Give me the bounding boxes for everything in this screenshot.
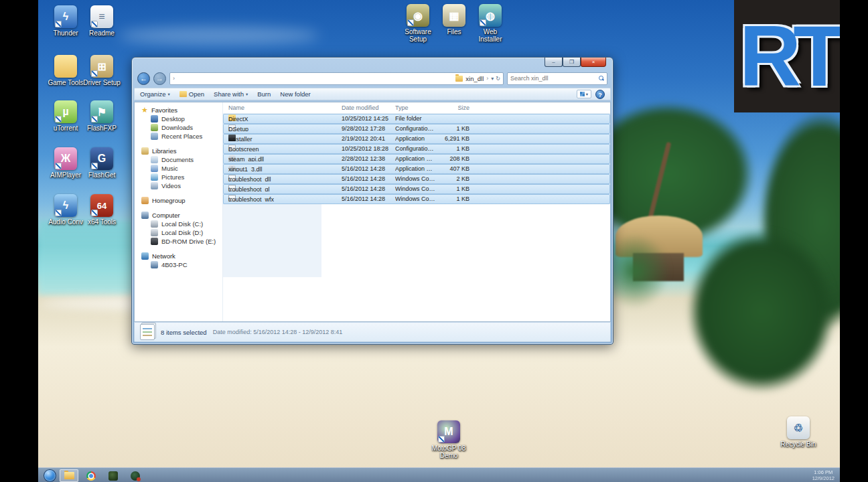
desktop-icon-utorrent[interactable]: µ uTorrent: [47, 100, 84, 132]
sidebar-item-label: Pictures: [161, 173, 184, 181]
share-with-button[interactable]: Share with ▾: [214, 90, 248, 98]
taskbar-explorer-button[interactable]: [60, 469, 78, 482]
file-type: Configuration sett...: [395, 145, 435, 152]
minimize-button[interactable]: –: [545, 58, 563, 67]
file-date: 10/25/2012 18:28: [342, 145, 392, 152]
start-button[interactable]: [44, 469, 56, 482]
maximize-button[interactable]: ❒: [563, 58, 581, 67]
sidebar-item-videos[interactable]: Videos: [135, 181, 222, 190]
sidebar-group-favorites[interactable]: ★ Favorites: [135, 106, 222, 114]
new-folder-button[interactable]: New folder: [280, 90, 310, 98]
file-type: Configuration sett...: [395, 125, 435, 132]
multi-selection-icon: [140, 324, 155, 340]
help-button[interactable]: ?: [595, 90, 605, 99]
taskbar-clock[interactable]: 1:06 PM 12/9/2012: [812, 469, 835, 481]
sidebar-group-label: Homegroup: [152, 197, 186, 204]
search-input[interactable]: [510, 75, 597, 82]
desktop-icon-files[interactable]: ▦ Files: [435, 4, 473, 35]
downloads-icon: [151, 124, 158, 131]
file-size: 1 KB: [435, 145, 469, 152]
sidebar-group-network[interactable]: Network: [135, 252, 222, 260]
letterbox-right: [840, 0, 868, 482]
desktop-icon-flashfxp[interactable]: ⚑ FlashFXP: [83, 100, 121, 132]
sidebar-item-downloads[interactable]: Downloads: [135, 123, 222, 132]
file-type: Application extens...: [395, 155, 435, 162]
sidebar-group-label: Libraries: [152, 147, 176, 155]
desktop-icon-x64-tools[interactable]: 64 x64 Tools: [83, 194, 121, 226]
burn-button[interactable]: Burn: [257, 90, 271, 98]
desktop-icon-label: Audio Conv: [47, 218, 84, 226]
column-header-size[interactable]: Size: [435, 104, 469, 111]
address-dropdown-button[interactable]: ▾: [491, 76, 494, 82]
taskbar-app-button[interactable]: [126, 469, 145, 482]
sidebar-item-network-pc[interactable]: 4B03-PC: [135, 260, 222, 269]
sidebar-item-bd-rom[interactable]: BD-ROM Drive (E:): [135, 237, 222, 246]
file-type: Windows Comma...: [395, 195, 435, 202]
back-button[interactable]: ←: [137, 72, 150, 85]
file-row[interactable]: troubleshoot_wfx 5/16/2012 14:28 Windows…: [223, 194, 610, 204]
desktop-icon-audio-conv[interactable]: ϟ Audio Conv: [47, 194, 84, 226]
sidebar-item-music[interactable]: Music: [135, 164, 222, 173]
desktop-icon-label: Recycle Bin: [780, 440, 817, 448]
flag-icon: ⚑: [90, 100, 113, 123]
disc-icon: ◉: [407, 4, 429, 27]
file-row[interactable]: Bootscreen 10/25/2012 18:28 Configuratio…: [223, 144, 610, 154]
app-icon: [131, 471, 140, 481]
open-button[interactable]: Open: [179, 90, 204, 98]
desktop-icon-recycle-bin[interactable]: ♲ Recycle Bin: [780, 416, 817, 448]
desktop-icon-motogp[interactable]: M MotoGP 08 Demo: [430, 420, 467, 459]
file-row[interactable]: steam_api.dll 2/28/2012 12:38 Applicatio…: [223, 154, 610, 164]
desktop-icon-game-tools[interactable]: Game Tools: [47, 55, 84, 86]
file-row[interactable]: DirectX 10/25/2012 14:25 File folder: [223, 114, 610, 124]
column-header-date[interactable]: Date modified: [342, 104, 392, 111]
sidebar-group-libraries[interactable]: Libraries: [135, 147, 222, 155]
taskbar-chrome-button[interactable]: [82, 469, 100, 482]
utorrent-icon: µ: [54, 100, 77, 123]
breadcrumb-chevron[interactable]: ›: [486, 75, 488, 82]
taskbar-app-button[interactable]: [104, 469, 123, 482]
desktop-icon-web-installer[interactable]: ◍ Web Installer: [472, 4, 509, 43]
file-row[interactable]: xinput1_3.dll 5/16/2012 14:28 Applicatio…: [223, 164, 610, 174]
sidebar-group-homegroup[interactable]: Homegroup: [135, 196, 222, 205]
sidebar-item-label: Documents: [161, 156, 194, 163]
breadcrumb-folder[interactable]: xin_dll: [465, 75, 484, 82]
desktop-icon-thunder[interactable]: ϟ Thunder: [47, 5, 84, 37]
desktop-icon-flashget[interactable]: G FlashGet: [83, 147, 121, 179]
organize-button[interactable]: Organize ▾: [140, 90, 170, 98]
search-icon[interactable]: [599, 76, 604, 81]
column-header-type[interactable]: Type: [395, 104, 435, 111]
file-row[interactable]: troubleshoot_dll 5/16/2012 14:28 Windows…: [223, 174, 610, 184]
computer-icon: [141, 212, 149, 219]
file-name: Bootscreen: [228, 146, 259, 151]
address-bar[interactable]: › xin_dll › ▾ ↻: [169, 72, 504, 85]
sidebar-item-recent-places[interactable]: Recent Places: [135, 132, 222, 141]
file-name: troubleshoot_gl: [228, 186, 270, 191]
desktop-icon-driver-setup[interactable]: ⊞ Driver Setup: [83, 55, 121, 86]
sidebar-item-local-disk-c[interactable]: Local Disk (C:): [135, 220, 222, 228]
change-view-button[interactable]: ▾: [577, 90, 591, 98]
desktop-icon-software-setup[interactable]: ◉ Software Setup: [399, 4, 437, 43]
sidebar-item-pictures[interactable]: Pictures: [135, 173, 222, 181]
command-bar: Organize ▾ Open Share with ▾ Burn New fo…: [134, 88, 611, 100]
palm-tree-shape: [661, 201, 862, 422]
sidebar-item-local-disk-d[interactable]: Local Disk (D:): [135, 228, 222, 237]
close-button[interactable]: ×: [581, 58, 606, 67]
folder-icon: [54, 55, 77, 78]
refresh-button[interactable]: ↻: [496, 76, 500, 82]
desktop-icon-aimplayer[interactable]: Ж AIMPlayer: [47, 147, 84, 179]
sidebar-item-documents[interactable]: Documents: [135, 155, 222, 164]
file-row[interactable]: troubleshoot_gl 5/16/2012 14:28 Windows …: [223, 184, 610, 194]
forward-button[interactable]: →: [153, 72, 166, 85]
column-header-name[interactable]: Name: [228, 104, 336, 111]
file-name: xinstaller: [228, 136, 252, 141]
desktop-icon-readme[interactable]: ≡ Readme: [83, 5, 121, 37]
file-list: Name Date modified Type Size DirectX 10/…: [223, 102, 610, 321]
column-headers: Name Date modified Type Size: [223, 102, 610, 114]
sidebar-group-computer[interactable]: Computer: [135, 211, 222, 220]
explorer-icon: [64, 472, 74, 479]
file-row[interactable]: DSetup 9/28/2012 17:28 Configuration set…: [223, 124, 610, 134]
favorites-star-icon: ★: [141, 106, 148, 114]
sidebar-item-desktop[interactable]: Desktop: [135, 114, 222, 123]
file-row[interactable]: xinstaller 2/19/2012 20:41 Application 6…: [223, 134, 610, 144]
recent-places-icon: [151, 133, 158, 140]
